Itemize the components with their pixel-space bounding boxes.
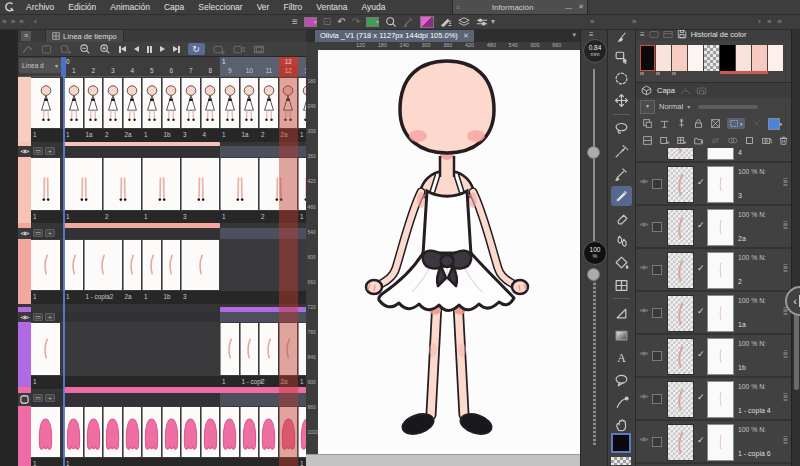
undo-icon[interactable]: ↶ (337, 17, 345, 27)
dock-marker-icon[interactable]: » (590, 17, 594, 26)
track-add-icon[interactable]: + (45, 229, 55, 237)
track-add-icon[interactable]: + (45, 394, 55, 402)
draft-icon[interactable] (751, 118, 762, 129)
blend-mode-value[interactable]: Normal (659, 102, 683, 111)
brush-size-badge[interactable]: 0.84 mm (583, 39, 607, 63)
color-swatch[interactable] (768, 45, 783, 71)
track-folder-icon[interactable]: ▭ (33, 394, 43, 402)
track-clip-bar[interactable] (64, 223, 220, 228)
layer-thumbnail-white[interactable] (707, 252, 734, 289)
foreground-color-chip[interactable]: ▾ (304, 17, 317, 27)
timeline-frame-cell[interactable] (103, 407, 122, 457)
timeline-selector-dropdown[interactable]: Línea d ▾ (19, 58, 61, 73)
tab-close-icon[interactable]: ✕ (463, 32, 469, 40)
layer-stack-icon[interactable] (458, 16, 470, 28)
magic-wand-tool[interactable] (611, 141, 632, 161)
eye-icon[interactable] (639, 393, 649, 400)
layer-menu-icon[interactable]: ≡≡ (783, 222, 788, 230)
redo-icon[interactable]: ↷ (352, 17, 360, 27)
track-static-cell[interactable] (31, 240, 60, 290)
fill-tool[interactable] (611, 253, 632, 273)
menu-ver[interactable]: Ver (257, 2, 270, 12)
menu-seleccionar[interactable]: Seleccionar (198, 2, 242, 12)
lock-icon[interactable] (693, 118, 704, 129)
track-add-icon[interactable]: + (45, 313, 55, 321)
layer-row[interactable]: ✓100 % N:4≡≡ (636, 148, 792, 163)
new-grid-layer-icon[interactable] (676, 135, 687, 146)
layer-thumbnail-white[interactable] (707, 166, 734, 203)
timeline-frame-cell[interactable] (103, 158, 141, 210)
layer-thumbnail[interactable] (667, 252, 694, 289)
playhead-column[interactable] (279, 57, 299, 466)
layer-thumbnail-white[interactable] (707, 209, 734, 246)
check-icon[interactable]: ✓ (697, 435, 705, 445)
figure-tool[interactable] (611, 303, 632, 323)
eye-icon[interactable] (639, 307, 649, 314)
sync-icon[interactable]: ⊡ (323, 17, 331, 27)
tab-icon[interactable] (680, 86, 691, 96)
timeline-frame-cell[interactable] (84, 240, 122, 290)
eye-icon[interactable] (639, 436, 649, 443)
camera-folder-icon[interactable] (761, 135, 772, 146)
chevron-down-icon[interactable]: ▾ (687, 103, 690, 110)
check-icon[interactable]: ✓ (697, 306, 705, 316)
timeline-frame-cell[interactable] (201, 407, 220, 457)
layer-thumbnail-white[interactable] (707, 381, 734, 418)
gradient-color-icon[interactable] (420, 16, 434, 28)
layer-thumbnail-white[interactable] (707, 295, 734, 332)
layer-thumbnail[interactable] (667, 424, 694, 461)
opacity-slider[interactable] (593, 279, 596, 445)
timeline-frame-cell[interactable] (84, 78, 103, 128)
opacity-slider-thumb[interactable] (587, 268, 600, 281)
eye-icon[interactable] (639, 264, 649, 271)
timeline-frame-cell[interactable] (64, 240, 83, 290)
layer-checkbox[interactable] (652, 351, 662, 361)
operation-tool[interactable] (611, 46, 632, 66)
timeline-frame-cell[interactable] (162, 407, 181, 457)
clip-at-layer-icon[interactable] (659, 118, 670, 129)
marquee-tool[interactable] (611, 68, 632, 88)
layer-menu-icon[interactable]: ≡≡ (783, 179, 788, 187)
lasso-tool[interactable] (611, 119, 632, 139)
menu-capa[interactable]: Capa (164, 2, 184, 12)
track-color-label[interactable] (18, 77, 31, 142)
layer-thumbnail[interactable] (667, 209, 694, 246)
color-swatch[interactable] (704, 45, 719, 71)
combine-icon[interactable] (642, 118, 653, 129)
timeline-frame-cell[interactable] (220, 407, 239, 457)
pen-tool[interactable] (611, 186, 632, 206)
correct-line-tool[interactable] (611, 393, 632, 413)
timeline-frame-cell[interactable] (240, 323, 259, 375)
merge-icon[interactable] (727, 135, 738, 146)
transfer-icon[interactable] (710, 135, 721, 146)
palette-color-chip[interactable]: ▾ (768, 118, 783, 130)
selection-source-button[interactable]: ▾ (727, 118, 745, 129)
timeline-frame-cell[interactable] (142, 158, 180, 210)
menu-filtro[interactable]: Filtro (283, 2, 302, 12)
layer-row[interactable]: ✓100 % N:2≡≡ (636, 249, 792, 292)
minimize-icon[interactable]: — (565, 4, 572, 11)
layer-menu-icon[interactable]: ≡≡ (783, 351, 788, 359)
new-folder-icon[interactable] (693, 135, 704, 146)
color-swatch[interactable] (656, 45, 671, 71)
layer-checkbox[interactable] (652, 308, 662, 318)
timeline-frame-cell[interactable] (181, 78, 200, 128)
layer-row[interactable]: ✓100 % N:1b≡≡ (636, 335, 792, 378)
layer-thumbnail[interactable] (667, 295, 694, 332)
hand-tool[interactable] (611, 415, 632, 435)
transparent-color-swatch[interactable] (611, 457, 631, 465)
brush-panel-icon[interactable] (616, 31, 628, 43)
layer-checkbox[interactable] (652, 222, 662, 232)
left-dock-strip[interactable] (0, 29, 19, 466)
track-static-cell[interactable] (31, 407, 60, 457)
main-color-swatch[interactable] (611, 433, 631, 453)
layer-checkbox[interactable] (652, 437, 662, 447)
timeline-frame-cell[interactable] (259, 78, 278, 128)
track-static-cell[interactable] (31, 78, 60, 128)
dock-collapse-icons[interactable]: » » « (2, 17, 25, 26)
check-icon[interactable]: ✓ (697, 392, 705, 402)
tool-sliders-icon[interactable] (476, 16, 488, 28)
eye-icon[interactable] (639, 221, 649, 228)
main-menu-icon[interactable]: ≡ (292, 17, 298, 27)
timeline-frame-cell[interactable] (84, 407, 103, 457)
